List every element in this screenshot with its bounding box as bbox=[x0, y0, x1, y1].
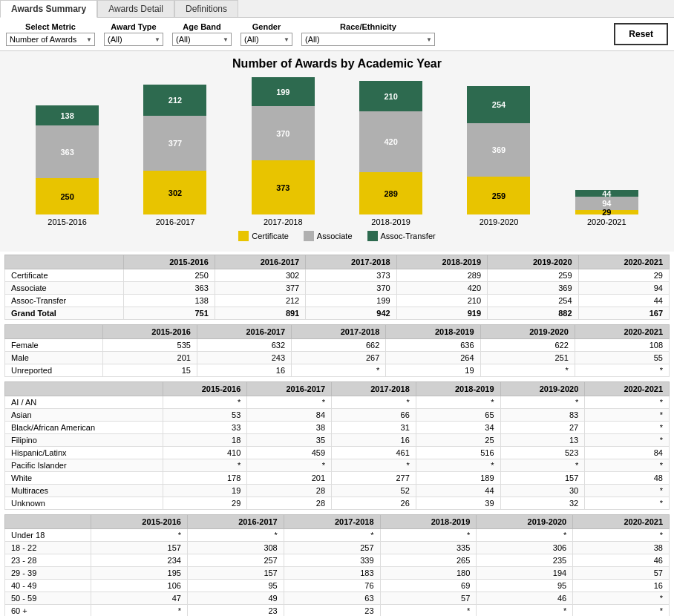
cell-8-5: * bbox=[585, 497, 670, 510]
cell-1-0: 201 bbox=[102, 352, 197, 364]
tab-bar: Awards Summary Awards Detail Definitions bbox=[0, 0, 674, 18]
row-label-2: 23 - 28 bbox=[5, 554, 91, 567]
cell-2-2: 199 bbox=[306, 295, 396, 307]
table-row: AI / AN****** bbox=[5, 396, 670, 409]
row-label-2: Assoc-Transfer bbox=[5, 295, 124, 307]
row-label-0: Certificate bbox=[5, 269, 124, 282]
cell-2-1: 38 bbox=[247, 422, 332, 434]
cell-2-3: 265 bbox=[380, 554, 477, 567]
cell-4-3: 516 bbox=[416, 447, 500, 459]
table-row: Unknown2928263932* bbox=[5, 497, 670, 510]
cell-4-0: 410 bbox=[163, 447, 247, 459]
reset-button[interactable]: Reset bbox=[614, 23, 668, 45]
cell-2-0: 33 bbox=[163, 422, 247, 434]
cell-8-1: 28 bbox=[247, 497, 332, 510]
tab-definitions[interactable]: Definitions bbox=[174, 0, 238, 17]
gender-input[interactable]: (All) bbox=[241, 33, 292, 46]
row-label-0: AI / AN bbox=[5, 396, 163, 409]
table-row: Grand Total751891942919882167 bbox=[5, 307, 670, 320]
race-col-2019: 2019-2020 bbox=[500, 382, 585, 396]
cell-0-1: 632 bbox=[197, 339, 291, 352]
table-row: 18 - 2215730825733530638 bbox=[5, 542, 670, 554]
row-label-4: 40 - 49 bbox=[5, 580, 91, 592]
gender-col-header-blank bbox=[5, 325, 103, 339]
bar-certificate-2019-2020: 259 bbox=[467, 177, 530, 214]
bar-stack-2017-2018: 373370199 bbox=[252, 77, 315, 214]
race-col-2017: 2017-2018 bbox=[332, 382, 416, 396]
table-row: Pacific Islander****** bbox=[5, 459, 670, 472]
cell-5-2: * bbox=[332, 459, 416, 472]
cell-6-0: 178 bbox=[163, 472, 247, 485]
award-type-input[interactable]: (All) bbox=[104, 33, 163, 46]
cell-1-0: 53 bbox=[163, 409, 247, 422]
bar-associate-2016-2017: 377 bbox=[143, 116, 206, 171]
cell-0-4: * bbox=[477, 529, 573, 542]
bar-group-2016-2017: 3023772122016-2017 bbox=[134, 85, 216, 226]
cell-1-4: 83 bbox=[500, 409, 585, 422]
tab-awards-detail[interactable]: Awards Detail bbox=[97, 0, 174, 17]
cell-2-1: 212 bbox=[215, 295, 305, 307]
age-col-2018: 2018-2019 bbox=[380, 515, 477, 529]
cell-6-2: 23 bbox=[284, 605, 380, 617]
bar-year-label-2017-2018: 2017-2018 bbox=[264, 217, 303, 226]
cell-3-1: 891 bbox=[215, 307, 305, 320]
cell-5-5: * bbox=[585, 459, 670, 472]
legend-assoc-transfer-box bbox=[367, 231, 378, 241]
row-label-3: 29 - 39 bbox=[5, 567, 91, 580]
age-band-input[interactable]: (All) bbox=[172, 33, 232, 46]
bar-associate-2017-2018: 370 bbox=[252, 106, 315, 160]
cell-7-3: 44 bbox=[416, 485, 500, 497]
cell-6-1: 23 bbox=[187, 605, 284, 617]
table-row: Asian5384666583* bbox=[5, 409, 670, 422]
cell-1-5: 94 bbox=[578, 282, 669, 295]
cell-1-2: 267 bbox=[292, 352, 386, 364]
gender-group: Gender (All) bbox=[241, 22, 292, 46]
cell-5-3: 57 bbox=[380, 592, 477, 605]
age-col-2015: 2015-2016 bbox=[91, 515, 188, 529]
cell-3-1: 157 bbox=[187, 567, 284, 580]
cell-0-0: 250 bbox=[124, 269, 215, 282]
cell-3-0: 751 bbox=[124, 307, 215, 320]
select-metric-input[interactable]: Number of Awards bbox=[6, 33, 95, 46]
bar-group-2019-2020: 2593692542019-2020 bbox=[458, 86, 540, 226]
cell-0-3: 636 bbox=[386, 339, 480, 352]
cell-1-2: 66 bbox=[332, 409, 416, 422]
cell-2-4: 254 bbox=[488, 295, 578, 307]
cell-5-4: 46 bbox=[477, 592, 573, 605]
cell-0-4: * bbox=[500, 396, 585, 409]
gender-col-2017: 2017-2018 bbox=[292, 325, 386, 339]
row-label-1: Asian bbox=[5, 409, 163, 422]
tab-awards-summary[interactable]: Awards Summary bbox=[0, 0, 97, 18]
race-ethnicity-group: Race/Ethnicity (All) bbox=[301, 22, 435, 46]
bar-associate-2018-2019: 420 bbox=[359, 111, 422, 172]
chart-title: Number of Awards by Academic Year bbox=[6, 57, 668, 71]
cell-1-2: 257 bbox=[284, 542, 380, 554]
age-col-2016: 2016-2017 bbox=[187, 515, 284, 529]
cell-1-3: 264 bbox=[386, 352, 480, 364]
age-band-group: Age Band (All) bbox=[172, 22, 232, 46]
table-row: Assoc-Transfer13821219921025444 bbox=[5, 295, 670, 307]
table-row: White17820127718915748 bbox=[5, 472, 670, 485]
gender-col-2020: 2020-2021 bbox=[575, 325, 669, 339]
cell-3-2: 16 bbox=[332, 434, 416, 447]
bar-assoc-transfer-2017-2018: 199 bbox=[252, 77, 315, 106]
cell-2-3: 19 bbox=[386, 364, 480, 377]
award-type-group: Award Type (All) bbox=[104, 22, 163, 46]
select-metric-label: Select Metric bbox=[6, 22, 95, 31]
cell-0-5: * bbox=[585, 396, 670, 409]
row-label-7: Multiraces bbox=[5, 485, 163, 497]
legend-associate-label: Associate bbox=[317, 232, 353, 240]
table-row: 29 - 3919515718318019457 bbox=[5, 567, 670, 580]
cell-3-3: 25 bbox=[416, 434, 500, 447]
age-col-2017: 2017-2018 bbox=[284, 515, 380, 529]
cell-0-0: 535 bbox=[102, 339, 197, 352]
cell-6-0: * bbox=[91, 605, 188, 617]
cell-3-4: 882 bbox=[488, 307, 578, 320]
race-ethnicity-input[interactable]: (All) bbox=[301, 33, 435, 46]
cell-2-5: 44 bbox=[578, 295, 669, 307]
bar-certificate-2015-2016: 250 bbox=[36, 178, 99, 214]
cell-6-4: 157 bbox=[500, 472, 585, 485]
cell-6-4: * bbox=[477, 605, 573, 617]
cell-2-4: * bbox=[480, 364, 575, 377]
cell-1-1: 84 bbox=[247, 409, 332, 422]
